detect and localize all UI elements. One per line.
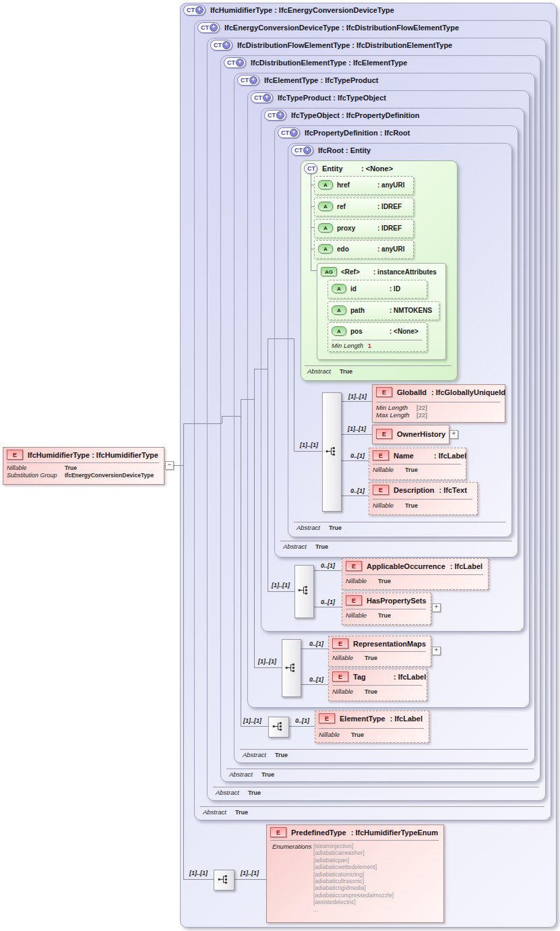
ct-title: IfcDistributionElementType : IfcElementT… <box>251 59 407 67</box>
ct-header: CT+ IfcHumidifierType : IfcEnergyConvers… <box>183 5 394 16</box>
element-header: E Tag : IfcLabel <box>332 671 426 682</box>
substitution-group-facet: Substitution GroupIfcEnergyConversionDev… <box>7 472 154 479</box>
ct-title: IfcHumidifierType : IfcEnergyConversionD… <box>210 6 394 14</box>
attribute-icon: A <box>318 244 333 253</box>
connector-line <box>294 451 322 452</box>
ct-header: CT+ IfcDistributionElementType : IfcElem… <box>224 57 407 68</box>
plus-icon: + <box>222 41 230 49</box>
entity-name: Entity <box>322 164 356 173</box>
ct-title: IfcRoot : Entity <box>318 146 371 154</box>
cardinality: 0..[1] <box>295 717 309 724</box>
nillable-facet: NillableTrue <box>373 466 418 473</box>
facet-divider <box>373 464 461 464</box>
xsd-schema-diagram: CT+ IfcHumidifierType : IfcEnergyConvers… <box>0 0 560 931</box>
sequence-glyph-icon <box>272 721 284 731</box>
element-icon: E <box>373 485 389 495</box>
ct-header: CT+ IfcTypeObject : IfcPropertyDefinitio… <box>264 110 420 121</box>
complex-type-expand-icon[interactable]: CT+ <box>251 92 273 103</box>
connector-line <box>222 416 241 417</box>
cardinality: 0..[1] <box>321 599 335 605</box>
nillable-facet: NillableTrue <box>332 654 377 661</box>
connector-line <box>183 423 222 424</box>
expand-toggle[interactable]: + <box>432 647 441 655</box>
enum-value: ... <box>313 906 394 913</box>
attribute-icon: A <box>318 223 333 233</box>
enumerations-label: Enumerations <box>272 843 312 850</box>
ct-header: CT+ IfcPropertyDefinition : IfcRoot <box>278 127 410 138</box>
footer-divider <box>294 522 505 522</box>
sequence-glyph-icon <box>218 874 229 884</box>
enum-value: [adiabaticatomizing] <box>313 871 394 878</box>
nillable-facet: NillableTrue <box>373 502 418 509</box>
cardinality: 0..[1] <box>309 640 323 647</box>
connector-line <box>268 591 294 592</box>
attribute-header: A edo : anyURI <box>318 243 405 254</box>
connector-line <box>340 434 372 435</box>
plus-icon: + <box>249 76 257 84</box>
element-header: E PredefinedType : IfcHumidifierTypeEnum <box>270 827 438 838</box>
plus-icon: + <box>276 111 284 119</box>
facet-divider <box>373 499 472 500</box>
connector-line <box>300 684 328 685</box>
complex-type-expand-icon[interactable]: CT+ <box>183 5 206 16</box>
facet-divider <box>376 402 500 402</box>
complex-type-expand-icon[interactable]: CT+ <box>264 110 286 121</box>
facet-divider <box>346 609 426 609</box>
element-header: E RepresentationMaps <box>332 638 426 649</box>
nillable-facet: NillableTrue <box>346 577 391 584</box>
footer-divider <box>213 787 539 787</box>
element-icon: E <box>332 638 348 649</box>
enum-value: [steaminjection] <box>313 843 394 849</box>
complex-type-expand-icon[interactable]: CT+ <box>291 145 313 156</box>
min-length-facet: Min Length1 <box>332 342 371 349</box>
complex-type-expand-icon[interactable]: CT+ <box>197 22 220 33</box>
expand-toggle[interactable]: + <box>432 603 441 612</box>
plus-icon: + <box>195 6 204 14</box>
attribute-header: A href : anyURI <box>318 179 405 190</box>
element-header: E Name : IfcLabel <box>373 450 466 461</box>
facet-divider <box>332 685 422 686</box>
cardinality: [1]..[1] <box>272 582 290 589</box>
complex-type-icon[interactable]: CT <box>304 163 317 174</box>
footer-divider <box>305 365 452 366</box>
enum-value: [adiabaticcompressedairnozzle] <box>313 892 394 899</box>
facet-divider <box>332 651 426 652</box>
element-header: E Description : IfcText <box>373 484 467 495</box>
ct-header: CT+ IfcRoot : Entity <box>291 145 371 156</box>
ct-header: CT+ IfcEnergyConversionDeviceType : IfcD… <box>197 22 459 33</box>
complex-type-expand-icon[interactable]: CT+ <box>210 40 232 51</box>
abstract-facet: AbstractTrue <box>307 367 352 375</box>
plus-icon: + <box>210 24 218 32</box>
facet-divider <box>319 728 424 729</box>
abstract-facet: AbstractTrue <box>297 524 342 531</box>
facet-divider <box>270 840 439 841</box>
cardinality: [1]..[1] <box>348 425 366 432</box>
expand-toggle[interactable]: + <box>449 430 458 439</box>
connector-line <box>254 369 268 369</box>
element-header: E GlobalId : IfcGloballyUniqueId <box>376 386 505 398</box>
connector-line <box>340 401 372 402</box>
cardinality: [1]..[1] <box>348 393 367 400</box>
nillable-facet: NillableTrue <box>346 611 391 619</box>
element-header: E ElementType : IfcLabel <box>319 713 423 724</box>
complex-type-expand-icon[interactable]: CT+ <box>224 57 246 68</box>
connector-line <box>241 399 254 400</box>
cardinality: [1]..[1] <box>258 658 276 665</box>
plus-icon: + <box>290 129 298 137</box>
element-icon: E <box>270 827 286 837</box>
connector-line <box>222 416 222 423</box>
connector-line <box>268 338 294 339</box>
element-icon: E <box>376 429 392 439</box>
enum-value: [adiabaticrigidmedia] <box>313 884 394 891</box>
element-icon: E <box>346 595 362 605</box>
plus-icon: + <box>263 94 271 102</box>
connector-line <box>340 495 369 496</box>
abstract-facet: AbstractTrue <box>229 771 274 778</box>
attribute-icon: A <box>318 180 333 189</box>
complex-type-expand-icon[interactable]: CT+ <box>278 127 300 138</box>
attribute-icon: A <box>318 202 333 211</box>
attribute-header: A pos : <None> <box>332 326 418 336</box>
cardinality: [1]..[1] <box>300 442 318 448</box>
complex-type-expand-icon[interactable]: CT+ <box>237 75 259 86</box>
collapse-toggle[interactable]: − <box>165 461 174 470</box>
